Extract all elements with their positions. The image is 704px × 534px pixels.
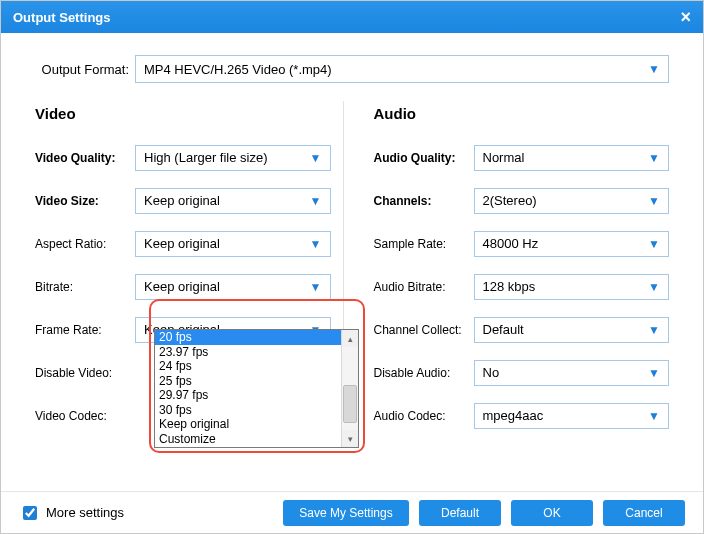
audio-quality-label: Audio Quality: xyxy=(374,151,474,165)
video-size-label: Video Size: xyxy=(35,194,135,208)
aspect-ratio-label: Aspect Ratio: xyxy=(35,237,135,251)
framerate-option-30fps[interactable]: 30 fps xyxy=(155,403,341,418)
save-settings-button[interactable]: Save My Settings xyxy=(283,500,409,526)
audio-bitrate-value: 128 kbps xyxy=(483,279,536,294)
audio-quality-row: Audio Quality: Normal ▼ xyxy=(374,136,670,179)
video-quality-label: Video Quality: xyxy=(35,151,135,165)
video-quality-value: High (Larger file size) xyxy=(144,150,268,165)
audio-codec-value: mpeg4aac xyxy=(483,408,544,423)
audio-codec-row: Audio Codec: mpeg4aac ▼ xyxy=(374,394,670,437)
aspect-ratio-select[interactable]: Keep original ▼ xyxy=(135,231,331,257)
chevron-down-icon: ▼ xyxy=(310,152,322,164)
output-format-row: Output Format: MP4 HEVC/H.265 Video (*.m… xyxy=(1,33,703,97)
video-quality-row: Video Quality: High (Larger file size) ▼ xyxy=(35,136,331,179)
video-codec-label: Video Codec: xyxy=(35,409,135,423)
audio-codec-label: Audio Codec: xyxy=(374,409,474,423)
more-settings-label: More settings xyxy=(46,505,124,520)
video-bitrate-value: Keep original xyxy=(144,279,220,294)
channel-collect-value: Default xyxy=(483,322,524,337)
chevron-down-icon: ▼ xyxy=(310,281,322,293)
aspect-ratio-row: Aspect Ratio: Keep original ▼ xyxy=(35,222,331,265)
audio-section-title: Audio xyxy=(374,105,670,122)
frame-rate-label: Frame Rate: xyxy=(35,323,135,337)
scroll-down-icon[interactable]: ▾ xyxy=(342,430,358,447)
output-format-value: MP4 HEVC/H.265 Video (*.mp4) xyxy=(144,62,332,77)
default-button[interactable]: Default xyxy=(419,500,501,526)
video-size-row: Video Size: Keep original ▼ xyxy=(35,179,331,222)
scroll-thumb[interactable] xyxy=(343,385,357,423)
framerate-option-keep-original[interactable]: Keep original xyxy=(155,417,341,432)
framerate-option-2397fps[interactable]: 23.97 fps xyxy=(155,345,341,360)
channel-collect-row: Channel Collect: Default ▼ xyxy=(374,308,670,351)
close-icon[interactable]: × xyxy=(680,8,691,26)
more-settings-input[interactable] xyxy=(23,506,37,520)
video-bitrate-select[interactable]: Keep original ▼ xyxy=(135,274,331,300)
window-title: Output Settings xyxy=(13,10,111,25)
sample-rate-value: 48000 Hz xyxy=(483,236,539,251)
chevron-down-icon: ▼ xyxy=(648,238,660,250)
scroll-up-icon[interactable]: ▴ xyxy=(342,330,358,347)
channels-value: 2(Stereo) xyxy=(483,193,537,208)
video-size-select[interactable]: Keep original ▼ xyxy=(135,188,331,214)
chevron-down-icon: ▼ xyxy=(648,367,660,379)
scroll-track[interactable] xyxy=(342,347,358,430)
ok-button[interactable]: OK xyxy=(511,500,593,526)
video-column: Video Video Quality: High (Larger file s… xyxy=(23,101,343,437)
video-section-title: Video xyxy=(35,105,331,122)
framerate-option-customize[interactable]: Customize xyxy=(155,432,341,447)
channel-collect-select[interactable]: Default ▼ xyxy=(474,317,670,343)
channels-label: Channels: xyxy=(374,194,474,208)
sample-rate-label: Sample Rate: xyxy=(374,237,474,251)
channel-collect-label: Channel Collect: xyxy=(374,323,474,337)
disable-audio-value: No xyxy=(483,365,500,380)
video-bitrate-label: Bitrate: xyxy=(35,280,135,294)
audio-quality-value: Normal xyxy=(483,150,525,165)
disable-audio-label: Disable Audio: xyxy=(374,366,474,380)
sample-rate-row: Sample Rate: 48000 Hz ▼ xyxy=(374,222,670,265)
chevron-down-icon: ▼ xyxy=(648,63,660,75)
chevron-down-icon: ▼ xyxy=(310,238,322,250)
frame-rate-options: 20 fps 23.97 fps 24 fps 25 fps 29.97 fps… xyxy=(155,330,341,447)
framerate-option-24fps[interactable]: 24 fps xyxy=(155,359,341,374)
video-quality-select[interactable]: High (Larger file size) ▼ xyxy=(135,145,331,171)
audio-column: Audio Audio Quality: Normal ▼ Channels: … xyxy=(343,101,682,437)
audio-bitrate-label: Audio Bitrate: xyxy=(374,280,474,294)
aspect-ratio-value: Keep original xyxy=(144,236,220,251)
disable-video-label: Disable Video: xyxy=(35,366,135,380)
framerate-option-25fps[interactable]: 25 fps xyxy=(155,374,341,389)
video-bitrate-row: Bitrate: Keep original ▼ xyxy=(35,265,331,308)
dropdown-scrollbar[interactable]: ▴ ▾ xyxy=(341,330,358,447)
audio-bitrate-row: Audio Bitrate: 128 kbps ▼ xyxy=(374,265,670,308)
more-settings-checkbox[interactable]: More settings xyxy=(19,503,124,523)
chevron-down-icon: ▼ xyxy=(310,195,322,207)
channels-select[interactable]: 2(Stereo) ▼ xyxy=(474,188,670,214)
output-format-label: Output Format: xyxy=(35,62,135,77)
footer: More settings Save My Settings Default O… xyxy=(1,491,703,533)
cancel-button[interactable]: Cancel xyxy=(603,500,685,526)
output-format-select[interactable]: MP4 HEVC/H.265 Video (*.mp4) ▼ xyxy=(135,55,669,83)
audio-codec-select[interactable]: mpeg4aac ▼ xyxy=(474,403,670,429)
titlebar: Output Settings × xyxy=(1,1,703,33)
sample-rate-select[interactable]: 48000 Hz ▼ xyxy=(474,231,670,257)
video-size-value: Keep original xyxy=(144,193,220,208)
disable-audio-row: Disable Audio: No ▼ xyxy=(374,351,670,394)
channels-row: Channels: 2(Stereo) ▼ xyxy=(374,179,670,222)
frame-rate-dropdown[interactable]: 20 fps 23.97 fps 24 fps 25 fps 29.97 fps… xyxy=(154,329,359,448)
disable-audio-select[interactable]: No ▼ xyxy=(474,360,670,386)
framerate-option-20fps[interactable]: 20 fps xyxy=(155,330,341,345)
audio-bitrate-select[interactable]: 128 kbps ▼ xyxy=(474,274,670,300)
chevron-down-icon: ▼ xyxy=(648,324,660,336)
framerate-option-2997fps[interactable]: 29.97 fps xyxy=(155,388,341,403)
audio-quality-select[interactable]: Normal ▼ xyxy=(474,145,670,171)
chevron-down-icon: ▼ xyxy=(648,152,660,164)
chevron-down-icon: ▼ xyxy=(648,195,660,207)
chevron-down-icon: ▼ xyxy=(648,410,660,422)
chevron-down-icon: ▼ xyxy=(648,281,660,293)
